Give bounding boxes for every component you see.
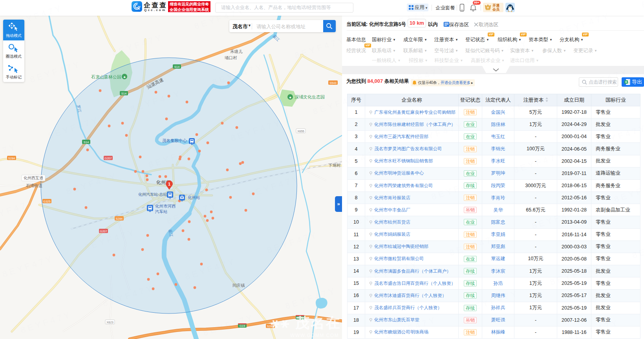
- svg-text:深埇文化生态园: 深埇文化生态园: [295, 95, 325, 99]
- svg-text:化州西互通: 化州西互通: [24, 176, 43, 180]
- svg-text:♣: ♣: [289, 96, 291, 99]
- svg-text:G207: G207: [104, 157, 112, 160]
- svg-text:S14: S14: [84, 140, 89, 144]
- svg-text:G207: G207: [100, 230, 107, 233]
- svg-text:♣: ♣: [123, 75, 126, 79]
- svg-text:G325: G325: [43, 200, 50, 203]
- svg-text:S284: S284: [116, 217, 123, 221]
- svg-text:化州市河西: 化州市河西: [155, 204, 176, 208]
- svg-text:茂名集散中心: 茂名集散中心: [162, 138, 187, 143]
- svg-text:下垌村: 下垌村: [328, 163, 341, 168]
- svg-text:X623: X623: [106, 321, 113, 324]
- svg-text:S284: S284: [8, 157, 15, 160]
- svg-text:X655: X655: [297, 129, 304, 133]
- svg-text:石湾街道: 石湾街道: [26, 183, 43, 188]
- svg-text:化州汽车站-总站: 化州汽车站-总站: [138, 192, 167, 197]
- svg-text:S14: S14: [121, 92, 126, 95]
- svg-text:G15: G15: [240, 324, 245, 328]
- svg-text:1: 1: [168, 182, 170, 186]
- svg-text:化州站: 化州站: [188, 195, 200, 200]
- svg-text:禾塘儿: 禾塘儿: [230, 49, 243, 54]
- svg-text:鉴江: 鉴江: [272, 34, 281, 42]
- svg-text:同庆镇: 同庆镇: [232, 283, 245, 288]
- svg-text:石龙山森林公园: 石龙山森林公园: [91, 75, 121, 79]
- svg-text:埇口村: 埇口村: [224, 55, 237, 60]
- svg-text:S14: S14: [174, 65, 179, 69]
- svg-text:汽车站: 汽车站: [155, 209, 168, 214]
- svg-text:S543: S543: [329, 81, 337, 85]
